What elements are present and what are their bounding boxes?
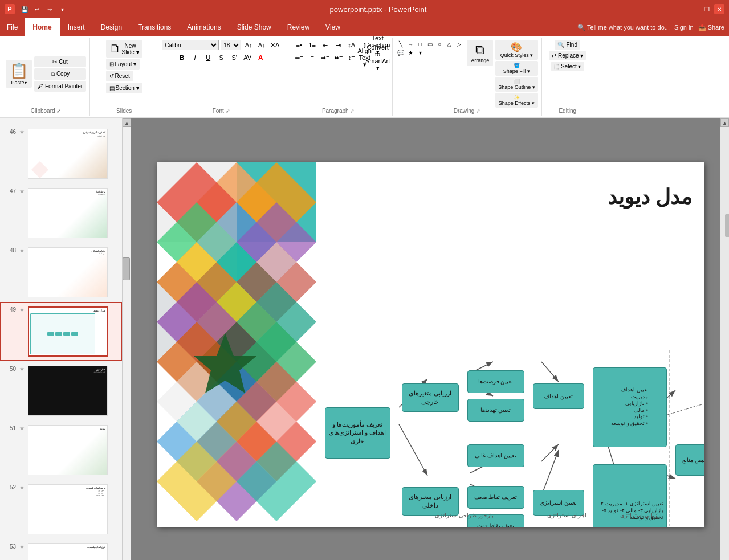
new-slide-btn[interactable]: 🗋 NewSlide ▾ [106,40,142,58]
slide-canvas[interactable]: مدل دیوید [157,162,704,527]
shape-outline-btn[interactable]: ⬜ Shape Outline ▾ [495,77,538,92]
slide-thumb-52[interactable]: 52 ★ چرایی اهداف بلندمدت • مورد اول• مور… [0,480,122,539]
slide-scroll-up[interactable]: ▲ [720,118,729,127]
triangle-tool[interactable]: △ [445,40,454,48]
sidebar-scrollbar[interactable]: ▲ ▼ [123,118,131,560]
strikethrough-btn[interactable]: S [215,52,227,63]
rounded-rect-tool[interactable]: ▭ [425,40,434,48]
threats-box[interactable]: تعیین تهدیدها [467,399,524,422]
high-objectives-box[interactable]: تعیین اهداف غانی [467,444,524,467]
align-right-btn[interactable]: ➡≡ [320,52,331,63]
tab-slideshow[interactable]: Slide Show [229,18,279,36]
slide-star-50: ★ [19,366,25,372]
font-size-select[interactable]: 18 [221,40,241,50]
save-qat-btn[interactable]: 💾 [19,4,30,14]
minimize-btn[interactable]: — [689,4,699,14]
copy-btn[interactable]: ⧉Copy [34,68,86,80]
sidebar-scroll-thumb[interactable] [123,257,130,280]
drawing-content: ╲ → □ ▭ ○ △ ▷ 💬 ★ ▾ ⧉ Arran [396,40,538,108]
slide-thumb-46[interactable]: 46 ★ گام اول: آدرون استراتژی متن اسلاید [0,124,122,183]
tab-transitions[interactable]: Transitions [130,18,179,36]
slide-thumb-48[interactable]: 48 ★ ارزیابی استراتژی متن اسلاید [0,243,122,302]
decrease-font-btn[interactable]: A↓ [256,40,267,50]
tab-design[interactable]: Design [93,18,130,36]
line-tool[interactable]: ╲ [396,40,405,48]
slide-thumb-47[interactable]: 47 ★ مرحله اجرا توضیحات [0,183,122,243]
more-shapes-btn[interactable]: ▾ [416,48,425,56]
line-spacing-btn[interactable]: ↕≡ [346,52,357,63]
tab-file[interactable]: File [0,18,25,36]
slide-thumb-51[interactable]: 51 ★ مقدمه [0,420,122,480]
justify-btn[interactable]: ⬌≡ [333,52,344,63]
shadow-btn[interactable]: S' [229,52,240,63]
numbering-btn[interactable]: 1≡ [307,40,318,50]
mission-box[interactable]: تعریف مأموریت‌ها و اهداف و استراتژی‌های … [325,407,390,459]
external-eval-box[interactable]: ارزیابی متغیرهای خارجی [402,383,459,412]
customize-qat-btn[interactable]: ▾ [57,4,67,14]
format-painter-label: Format Painter [45,83,83,89]
select-btn[interactable]: ⬚ Select ▾ [551,62,584,71]
sidebar-scroll-up[interactable]: ▲ [123,118,131,127]
slide-thumb-50[interactable]: 50 ★ فصل سوم کاربرد استراتژی [0,361,122,420]
reset-btn[interactable]: ↺ Reset [106,71,133,81]
slide-thumb-53[interactable]: 53 ★ انواع اهداف بلندمدت [0,539,122,560]
text-direction-btn[interactable]: ↕A [346,40,357,50]
underline-btn[interactable]: U [202,52,214,63]
goals-setting-box[interactable]: تعیین اهداف مدیریت • بازاریابی • مالی • … [593,367,667,447]
opportunities-box[interactable]: تعیین فرصت‌ها [467,370,524,393]
callout-tool[interactable]: 💬 [396,48,405,56]
section-btn[interactable]: ▤ Section ▾ [106,83,142,93]
tab-insert[interactable]: Insert [60,18,93,36]
slide-num-48: 48 [3,247,16,254]
align-left-btn[interactable]: ⬅≡ [294,52,305,63]
bullets-btn[interactable]: ≡• [294,40,305,50]
undo-btn[interactable]: ↩ [32,4,42,14]
shape-effects-btn[interactable]: ✨ Shape Effects ▾ [495,93,538,108]
replace-btn[interactable]: ⇄ Replace ▾ [549,51,586,60]
internal-eval-box[interactable]: ارزیابی متغیرهای داخلی [402,487,459,516]
rect-tool[interactable]: □ [416,40,425,48]
slide-num-46: 46 [3,129,16,135]
paste-btn[interactable]: 📋 Paste ▾ [6,60,32,88]
bold-btn[interactable]: B [176,52,188,63]
quick-styles-btn[interactable]: 🎨 Quick Styles ▾ [495,40,538,60]
clear-format-btn[interactable]: ✕A [269,40,280,50]
slide-scrollbar-right[interactable]: ▲ ▼ [720,118,729,560]
align-center-btn[interactable]: ≡ [307,52,318,63]
find-btn[interactable]: 🔍 Find [555,40,580,50]
increase-font-btn[interactable]: A↑ [243,40,254,50]
italic-btn[interactable]: I [189,52,201,63]
close-btn[interactable]: ✕ [714,4,724,14]
format-painter-btn[interactable]: 🖌Format Painter [34,81,86,92]
sign-in-btn[interactable]: Sign in [674,24,694,31]
ellipse-tool[interactable]: ○ [435,40,444,48]
redo-btn[interactable]: ↪ [44,4,55,14]
star-tool[interactable]: ★ [406,48,415,56]
tell-me-input[interactable]: 🔍 Tell me what you want to do... [577,24,670,31]
shape-fill-btn[interactable]: 🪣 Shape Fill ▾ [495,61,538,76]
tab-animations[interactable]: Animations [179,18,229,36]
increase-indent-btn[interactable]: ⇥ [333,40,344,50]
arrow-tool[interactable]: → [406,40,415,48]
font-family-select[interactable]: Calibri [162,40,219,50]
set-objectives-box[interactable]: تعیین اهداف [533,383,584,409]
font-color-btn[interactable]: A [255,52,266,63]
restore-btn[interactable]: ❐ [702,4,712,14]
arrange-btn[interactable]: ⧉ Arrange [467,40,493,66]
slide-scroll-thumb-v[interactable] [725,214,730,237]
resource-allocation-box[interactable]: تخصیص منابع [675,444,704,476]
tab-view[interactable]: View [317,18,348,36]
right-arrow-tool[interactable]: ▷ [454,40,463,48]
share-btn[interactable]: 📤 Share [698,24,724,31]
font-content: Calibri 18 A↑ A↓ ✕A B I U S S' AV A [162,40,280,108]
tab-review[interactable]: Review [279,18,317,36]
tab-home[interactable]: Home [25,18,59,36]
slide-thumb-49[interactable]: 49 ★ مدل دیوید [0,302,122,361]
char-spacing-btn[interactable]: AV [242,52,253,63]
drawing-group: ╲ → □ ▭ ○ △ ▷ 💬 ★ ▾ ⧉ Arran [393,38,542,116]
weaknesses-box[interactable]: تعریف تقاط ضعف [467,486,524,509]
smartart-btn[interactable]: Convert to SmartArt ▾ [372,52,384,63]
cut-btn[interactable]: ✂Cut [34,56,86,67]
decrease-indent-btn[interactable]: ⇤ [320,40,331,50]
layout-btn[interactable]: ⊞ Layout ▾ [106,59,140,70]
